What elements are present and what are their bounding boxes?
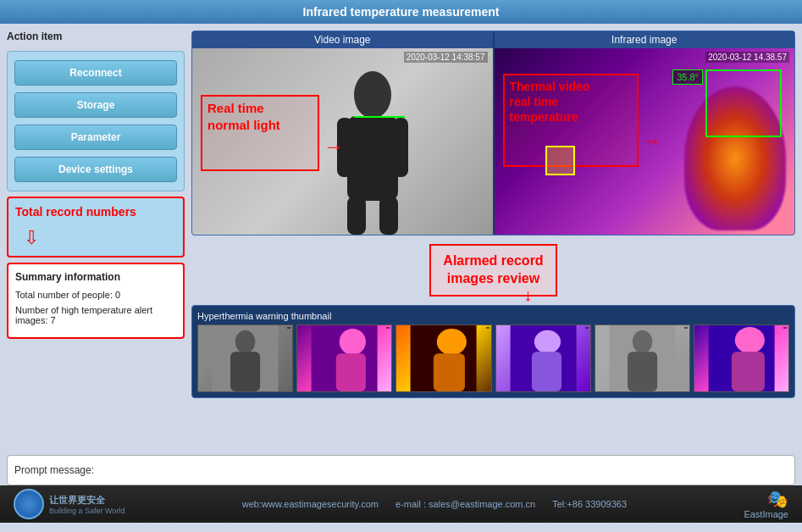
video-timestamp-1: 2020-03-12 14:38:57 xyxy=(404,52,488,63)
svg-rect-1 xyxy=(347,116,398,201)
logo-english-text: Building a Safer World xyxy=(49,507,124,515)
footer-website: web:www.eastimagesecurity.com xyxy=(242,499,379,509)
thumb-timestamp-3 xyxy=(486,327,489,329)
footer: 让世界更安全 Building a Safer World web:www.ea… xyxy=(0,485,802,523)
thumb-4-image xyxy=(496,325,590,391)
svg-rect-14 xyxy=(434,353,465,391)
video-timestamp-2: 2020-03-12 14.38.57 xyxy=(705,52,789,63)
reconnect-button[interactable]: Reconnect xyxy=(14,60,177,86)
svg-point-22 xyxy=(735,327,765,353)
footer-logo: 让世界更安全 Building a Safer World xyxy=(14,489,124,519)
svg-rect-11 xyxy=(336,353,366,391)
logo-text: 让世界更安全 Building a Safer World xyxy=(49,494,124,515)
brand-name: EastImage xyxy=(744,509,788,519)
svg-rect-17 xyxy=(531,352,561,391)
thumb-1-image xyxy=(198,325,292,391)
alarmed-box: Alarmed recordimages review xyxy=(429,244,556,296)
device-settings-button[interactable]: Device settings xyxy=(14,157,177,182)
thumb-5-image xyxy=(595,325,689,391)
prompt-bar: Prompt message: xyxy=(7,455,795,485)
thumb-timestamp-6 xyxy=(783,327,787,329)
parameter-button[interactable]: Parameter xyxy=(14,125,177,150)
footer-email: e-mail : sales@eastimage.com.cn xyxy=(395,499,535,509)
app-title: Infrared temperature measurement xyxy=(0,0,802,24)
svg-rect-4 xyxy=(347,197,366,235)
thumbnail-1[interactable] xyxy=(197,324,293,392)
alert-images-label: Number of high temperature alert images: xyxy=(15,305,152,325)
normal-video-col: Video image 2020-03-12 14:38:57 xyxy=(192,31,493,235)
thumbnail-6[interactable] xyxy=(694,324,789,392)
summary-box: Summary information Total number of peop… xyxy=(7,263,185,339)
face-box xyxy=(705,69,782,137)
infrared-video-col: Infrared image 2020-03-12 14.38.57 Therm… xyxy=(495,31,795,235)
ir-arrow-icon: → xyxy=(642,129,662,152)
arrow-down-icon: ⇩ xyxy=(24,227,39,249)
total-record-box: Total record numbers ⇩ xyxy=(7,197,185,258)
svg-point-16 xyxy=(534,330,560,352)
prompt-label: Prompt message: xyxy=(14,464,94,476)
thumbnail-4[interactable] xyxy=(495,324,591,392)
alert-images-line: Number of high temperature alert images:… xyxy=(15,305,176,325)
svg-rect-8 xyxy=(230,352,260,391)
thumb-6-image xyxy=(694,325,788,391)
total-people-value: 0 xyxy=(115,290,120,300)
thumb-3-image xyxy=(396,325,490,391)
storage-button[interactable]: Storage xyxy=(14,92,177,118)
thumbnail-section: Hyperthermia warning thumbnail xyxy=(191,305,795,398)
thumbnail-2[interactable] xyxy=(296,324,392,392)
thumbnails-row xyxy=(197,324,789,392)
face-detection-line xyxy=(354,116,405,118)
total-record-label: Total record numbers xyxy=(15,205,136,219)
infrared-image-label: Infrared image xyxy=(495,31,795,48)
thumbnail-5[interactable] xyxy=(595,324,690,392)
svg-rect-5 xyxy=(379,197,398,235)
thumb-timestamp-5 xyxy=(684,327,688,329)
alarmed-text: Alarmed recordimages review xyxy=(443,252,543,288)
footer-info: web:www.eastimagesecurity.com e-mail : s… xyxy=(242,499,627,509)
thumbnail-label: Hyperthermia warning thumbnail xyxy=(197,311,789,321)
ir-annotation-text: Thermal videoreal timetemperature xyxy=(510,79,632,125)
title-text: Infrared temperature measurement xyxy=(303,5,500,19)
temperature-badge: 35.8° xyxy=(672,69,703,85)
alarmed-arrow-icon: ↓ xyxy=(523,285,532,305)
normal-video-frame: 2020-03-12 14:38:57 Real timenorm xyxy=(192,48,493,235)
svg-rect-23 xyxy=(732,352,765,391)
normal-arrow-icon: → xyxy=(324,135,344,158)
right-panel: Video image 2020-03-12 14:38:57 xyxy=(191,30,795,448)
svg-rect-20 xyxy=(628,352,657,391)
logo-icon xyxy=(14,489,44,519)
svg-rect-3 xyxy=(393,118,408,177)
video-section: Video image 2020-03-12 14:38:57 xyxy=(191,30,795,236)
total-people-label: Total number of people: xyxy=(15,290,113,300)
total-people-line: Total number of people: 0 xyxy=(15,290,176,300)
action-item-label: Action item xyxy=(7,30,185,42)
svg-point-10 xyxy=(340,328,366,354)
main-container: Action item Reconnect Storage Parameter … xyxy=(0,24,802,455)
alert-images-value: 7 xyxy=(51,315,56,325)
svg-point-13 xyxy=(437,328,467,354)
normal-annotation-text: Real timenormal light xyxy=(207,100,313,133)
logo-chinese-text: 让世界更安全 xyxy=(49,494,124,507)
footer-brand: 🎭 EastImage xyxy=(744,489,788,519)
alarmed-section: Alarmed recordimages review ↓ xyxy=(191,241,795,300)
svg-point-7 xyxy=(235,330,255,352)
thumbnail-3[interactable] xyxy=(395,324,491,392)
thumb-2-image xyxy=(297,325,391,391)
summary-title: Summary information xyxy=(15,271,176,283)
ir-detection-box xyxy=(545,146,575,175)
normal-annotation-box: Real timenormal light xyxy=(201,95,319,171)
left-panel: Action item Reconnect Storage Parameter … xyxy=(7,30,185,448)
video-image-label: Video image xyxy=(192,31,493,48)
thumb-timestamp-4 xyxy=(585,327,589,329)
action-buttons-panel: Reconnect Storage Parameter Device setti… xyxy=(7,51,185,191)
thumb-timestamp-1 xyxy=(287,327,290,329)
svg-point-19 xyxy=(633,330,652,352)
footer-tel: Tel:+86 33909363 xyxy=(552,499,627,509)
svg-point-0 xyxy=(354,71,391,119)
infrared-video-frame: 2020-03-12 14.38.57 Thermal videoreal ti… xyxy=(495,48,795,235)
thumb-timestamp-2 xyxy=(386,327,390,329)
brand-icon: 🎭 xyxy=(744,489,788,509)
